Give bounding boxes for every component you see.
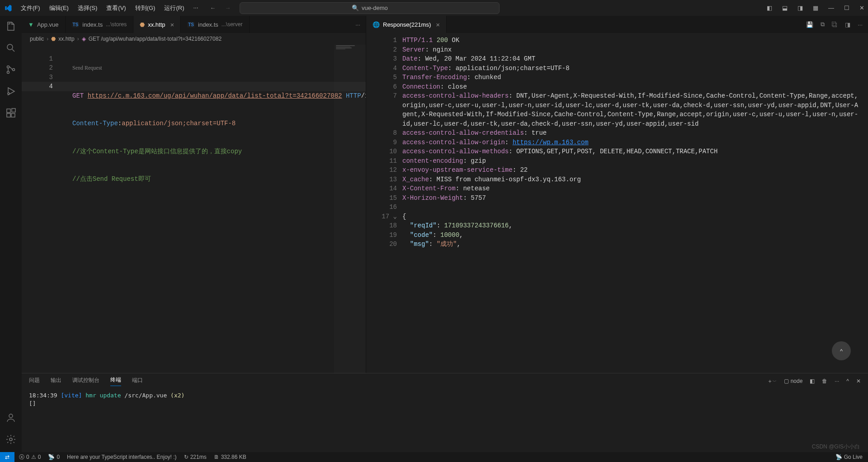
panel-more-icon[interactable]: ··· — [835, 378, 839, 384]
settings-gear-icon[interactable] — [5, 434, 17, 445]
http-icon: ⬣ — [140, 21, 145, 28]
status-size[interactable]: 🗎 332.86 KB — [214, 454, 246, 460]
panel-tab-ports[interactable]: 端口 — [132, 377, 143, 386]
panel-tab-terminal[interactable]: 终端 — [110, 376, 121, 386]
trash-icon[interactable]: 🗑 — [822, 378, 827, 384]
vscode-logo — [4, 4, 13, 13]
svg-point-10 — [9, 438, 12, 441]
tab-label: App.vue — [37, 21, 59, 28]
fold-icon[interactable]: ⿻ — [832, 21, 838, 28]
nav-back-icon[interactable]: ← — [210, 5, 216, 11]
panel-tab-output[interactable]: 输出 — [51, 377, 61, 386]
minimap[interactable] — [334, 45, 366, 373]
tab-response[interactable]: 🌐Response(221ms)× — [366, 16, 447, 33]
split-icon[interactable]: ◨ — [845, 21, 850, 28]
panel-tab-problems[interactable]: 问题 — [29, 377, 40, 386]
svg-point-4 — [8, 93, 9, 94]
svg-point-1 — [7, 66, 9, 68]
menu-edit[interactable]: 编辑(E) — [46, 2, 72, 14]
panel-close-icon[interactable]: ✕ — [856, 378, 861, 384]
status-errors[interactable]: ⓧ 0 ⚠ 0 — [19, 453, 41, 461]
svg-rect-6 — [7, 113, 10, 117]
explorer-icon[interactable] — [5, 20, 17, 32]
tab-path: ...\server — [222, 21, 243, 28]
editor-left[interactable]: 1234 Send Request GET https://c.m.163.co… — [22, 45, 366, 373]
ts-icon: TS — [187, 22, 195, 28]
account-icon[interactable] — [5, 412, 17, 424]
tab-label: xx.http — [148, 21, 165, 28]
tab-label: index.ts — [82, 21, 103, 28]
tab-index-stores[interactable]: TSindex.ts...\stores — [66, 16, 134, 33]
menu-select[interactable]: 选择(S) — [74, 2, 101, 14]
run-debug-icon[interactable] — [5, 85, 17, 97]
window-min-icon[interactable]: — — [828, 5, 834, 11]
tab-xx-http[interactable]: ⬣xx.http× — [133, 16, 181, 33]
tabs-right: 🌐Response(221ms)× 💾 ⧉ ⿻ ◨ ··· — [366, 16, 868, 33]
window-close-icon[interactable]: ✕ — [859, 5, 864, 11]
menu-file[interactable]: 文件(F) — [17, 2, 44, 14]
copy-icon[interactable]: ⧉ — [821, 21, 825, 28]
status-message: Here are your TypeScript interfaces.. En… — [67, 454, 177, 460]
status-radio[interactable]: 📡 0 — [48, 454, 60, 460]
search-text: vue-demo — [362, 5, 388, 11]
menu-run[interactable]: 运行(R) — [160, 2, 188, 14]
svg-point-3 — [13, 69, 15, 71]
scroll-top-button[interactable]: ^ — [832, 341, 851, 360]
new-terminal-icon[interactable]: ＋﹀ — [767, 377, 777, 385]
activity-bar — [0, 16, 22, 452]
panel-max-icon[interactable]: ^ — [846, 378, 849, 384]
terminal-profile[interactable]: ▢ node — [784, 378, 802, 384]
layout-left-icon[interactable]: ◧ — [767, 5, 772, 11]
command-center[interactable]: 🔍 vue-demo — [240, 2, 500, 14]
svg-point-9 — [9, 414, 13, 418]
svg-rect-7 — [11, 113, 15, 117]
scm-icon[interactable] — [5, 64, 17, 75]
crumb-folder[interactable]: public — [30, 36, 44, 42]
tabs-left: ▼App.vue TSindex.ts...\stores ⬣xx.http× … — [22, 16, 366, 33]
ts-icon: TS — [72, 22, 80, 28]
tab-label: Response(221ms) — [383, 21, 431, 28]
panel-tabs: 问题 输出 调试控制台 终端 端口 ＋﹀ ▢ node ◧ 🗑 ··· ^ ✕ — [22, 373, 868, 389]
nav-fwd-icon[interactable]: → — [225, 5, 231, 11]
menu-view[interactable]: 查看(V) — [103, 2, 129, 14]
menu-goto[interactable]: 转到(G) — [132, 2, 159, 14]
tab-more-icon[interactable]: ··· — [858, 21, 863, 28]
layout-bottom-icon[interactable]: ⬓ — [782, 5, 788, 11]
http-icon: ⬣ — [51, 36, 56, 42]
status-timer[interactable]: ↻ 221ms — [184, 454, 207, 460]
line-gutter: 1234 — [22, 45, 65, 91]
close-icon[interactable]: × — [170, 21, 174, 28]
window-max-icon[interactable]: ☐ — [844, 5, 849, 11]
vue-icon: ▼ — [28, 21, 34, 28]
tab-index-server[interactable]: TSindex.ts...\server — [181, 16, 249, 33]
crumb-symbol[interactable]: GET /ug/api/wuhan/app/data/list-total?t=… — [89, 36, 222, 42]
send-request-codelens[interactable]: Send Request — [72, 63, 366, 73]
tab-app-vue[interactable]: ▼App.vue — [22, 16, 66, 33]
search-icon: 🔍 — [352, 5, 359, 11]
breadcrumb[interactable]: public› ⬣xx.http› ◈GET /ug/api/wuhan/app… — [22, 33, 366, 45]
status-golive[interactable]: 📡 Go Live — [835, 454, 863, 460]
editor-right[interactable]: 1HTTP/1.1 200 OK2Server: nginx3Date: Wed… — [366, 33, 868, 373]
menu-bar: 文件(F) 编辑(E) 选择(S) 查看(V) 转到(G) 运行(R) ··· — [17, 2, 202, 14]
editor-group-right: 🌐Response(221ms)× 💾 ⧉ ⿻ ◨ ··· 1HTTP/1.1 … — [366, 16, 868, 373]
svg-point-0 — [7, 44, 13, 50]
panel-tab-debug[interactable]: 调试控制台 — [72, 377, 99, 386]
terminal-cursor: [] — [29, 400, 861, 408]
split-terminal-icon[interactable]: ◧ — [810, 378, 815, 384]
tab-more-icon[interactable]: ··· — [355, 21, 360, 28]
crumb-file[interactable]: xx.http — [58, 36, 74, 42]
editor-group-left: ▼App.vue TSindex.ts...\stores ⬣xx.http× … — [22, 16, 366, 373]
layout-custom-icon[interactable]: ▦ — [813, 5, 818, 11]
save-icon[interactable]: 💾 — [806, 21, 813, 28]
terminal-output[interactable]: 18:34:39 [vite] hmr update /src/App.vue … — [22, 389, 868, 452]
search-activity-icon[interactable] — [5, 42, 17, 54]
bottom-panel: 问题 输出 调试控制台 终端 端口 ＋﹀ ▢ node ◧ 🗑 ··· ^ ✕ … — [22, 373, 868, 452]
nav-buttons: ← → — [210, 5, 231, 11]
globe-icon: 🌐 — [373, 21, 380, 28]
menu-more[interactable]: ··· — [189, 2, 202, 14]
extensions-icon[interactable] — [5, 107, 17, 119]
remote-icon[interactable]: ⇄ — [0, 452, 14, 462]
svg-rect-5 — [7, 109, 10, 113]
close-icon[interactable]: × — [436, 21, 440, 28]
layout-right-icon[interactable]: ◨ — [797, 5, 803, 11]
